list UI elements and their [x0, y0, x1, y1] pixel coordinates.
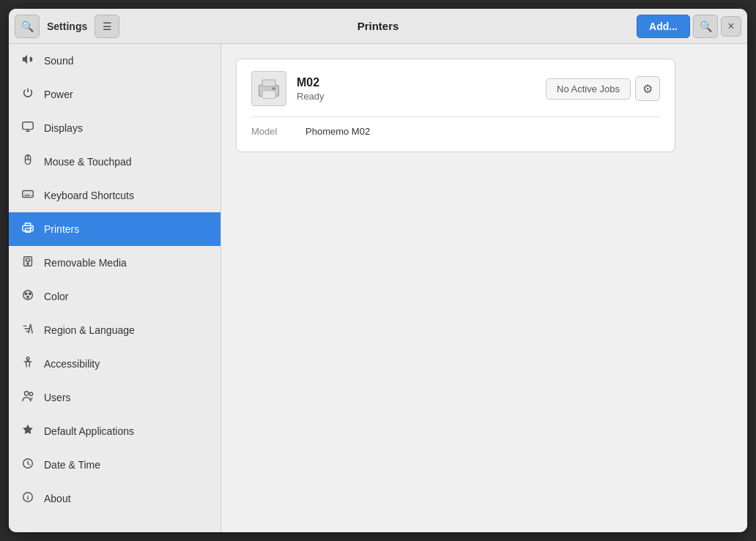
printer-info: M02 Ready [297, 76, 536, 102]
printer-icon [256, 75, 282, 102]
header-search-button[interactable]: 🔍 [693, 15, 718, 38]
sidebar-item-users[interactable]: Users [9, 381, 220, 414]
model-value: Phomemo M02 [305, 126, 370, 137]
model-label: Model [251, 126, 295, 137]
sidebar-item-label-removable-media: Removable Media [44, 257, 127, 269]
sidebar-item-printers[interactable]: Printers [9, 212, 220, 246]
date-time-icon [21, 457, 35, 473]
menu-icon: ☰ [103, 20, 112, 32]
removable-media-icon [21, 255, 35, 271]
sidebar: SoundPowerDisplaysMouse & TouchpadKeyboa… [9, 44, 221, 532]
menu-button[interactable]: ☰ [94, 15, 119, 38]
no-active-jobs-button[interactable]: No Active Jobs [546, 78, 631, 100]
sidebar-item-label-date-time: Date & Time [44, 459, 100, 471]
header-title-area: Printers [208, 20, 548, 32]
settings-label: Settings [42, 20, 92, 32]
printer-actions: No Active Jobs ⚙ [546, 76, 660, 101]
svg-rect-20 [262, 91, 275, 99]
region-language-icon [21, 322, 35, 338]
svg-point-11 [29, 293, 31, 295]
svg-point-15 [29, 392, 33, 396]
default-applications-icon [21, 423, 35, 439]
close-button[interactable]: × [721, 16, 741, 37]
accessibility-icon [21, 356, 35, 372]
sidebar-item-region-language[interactable]: Region & Language [9, 313, 220, 347]
sidebar-item-label-mouse-touchpad: Mouse & Touchpad [44, 156, 132, 168]
app-window: 🔍 Settings ☰ Printers Add... 🔍 × SoundPo… [9, 9, 747, 532]
svg-point-14 [25, 392, 29, 395]
printer-name: M02 [297, 76, 536, 89]
power-icon [21, 86, 35, 102]
sidebar-item-label-displays: Displays [44, 122, 83, 134]
sidebar-item-label-color: Color [44, 291, 68, 302]
about-icon [21, 490, 35, 507]
svg-point-12 [27, 296, 29, 298]
printer-icon-box [251, 71, 286, 106]
svg-rect-7 [26, 258, 29, 261]
sidebar-item-color[interactable]: Color [9, 280, 220, 313]
svg-rect-0 [23, 122, 33, 130]
printer-header: M02 Ready No Active Jobs ⚙ [251, 71, 660, 106]
sidebar-item-label-keyboard-shortcuts: Keyboard Shortcuts [44, 190, 134, 201]
svg-rect-21 [273, 88, 276, 90]
sidebar-item-power[interactable]: Power [9, 78, 220, 111]
mouse-touchpad-icon [21, 154, 35, 170]
printer-settings-button[interactable]: ⚙ [635, 76, 660, 101]
gear-icon: ⚙ [642, 82, 653, 96]
svg-point-8 [27, 263, 29, 264]
header-search-icon: 🔍 [700, 20, 712, 32]
sidebar-item-label-users: Users [44, 392, 71, 403]
printer-card: M02 Ready No Active Jobs ⚙ Model Phomemo… [236, 59, 675, 152]
printer-model-row: Model Phomemo M02 [251, 126, 660, 137]
sidebar-item-label-region-language: Region & Language [44, 324, 135, 336]
sidebar-item-accessibility[interactable]: Accessibility [9, 347, 220, 381]
svg-point-10 [25, 293, 27, 295]
main-content: M02 Ready No Active Jobs ⚙ Model Phomemo… [221, 44, 747, 532]
sidebar-item-mouse-touchpad[interactable]: Mouse & Touchpad [9, 145, 220, 179]
search-icon: 🔍 [21, 20, 34, 32]
sidebar-item-default-applications[interactable]: Default Applications [9, 414, 220, 448]
keyboard-shortcuts-icon [21, 187, 35, 204]
sidebar-item-label-accessibility: Accessibility [44, 358, 100, 370]
sidebar-item-date-time[interactable]: Date & Time [9, 448, 220, 482]
svg-rect-4 [25, 228, 30, 232]
printer-divider [251, 116, 660, 117]
printers-icon [21, 221, 35, 237]
page-title: Printers [357, 20, 399, 32]
sidebar-item-keyboard-shortcuts[interactable]: Keyboard Shortcuts [9, 179, 220, 212]
sidebar-item-label-about: About [44, 493, 71, 504]
content-area: SoundPowerDisplaysMouse & TouchpadKeyboa… [9, 44, 747, 532]
add-printer-button[interactable]: Add... [637, 15, 690, 38]
svg-point-13 [26, 357, 29, 360]
header-left: 🔍 Settings ☰ [15, 15, 205, 38]
header-right: Add... 🔍 × [551, 15, 741, 38]
color-icon [21, 288, 35, 305]
headerbar: 🔍 Settings ☰ Printers Add... 🔍 × [9, 9, 747, 44]
sidebar-item-displays[interactable]: Displays [9, 111, 220, 145]
sidebar-item-label-sound: Sound [44, 55, 73, 67]
users-icon [21, 389, 35, 406]
sidebar-item-about[interactable]: About [9, 482, 220, 515]
svg-rect-2 [23, 191, 33, 198]
svg-point-5 [30, 228, 32, 229]
sidebar-item-sound[interactable]: Sound [9, 44, 220, 78]
sidebar-item-label-power: Power [44, 89, 73, 100]
sidebar-item-removable-media[interactable]: Removable Media [9, 246, 220, 280]
displays-icon [21, 120, 35, 136]
sidebar-item-label-default-applications: Default Applications [44, 425, 134, 437]
sound-icon [21, 53, 35, 69]
printer-status: Ready [297, 91, 536, 102]
svg-rect-19 [262, 80, 275, 86]
search-button[interactable]: 🔍 [15, 15, 40, 38]
sidebar-item-label-printers: Printers [44, 223, 79, 235]
